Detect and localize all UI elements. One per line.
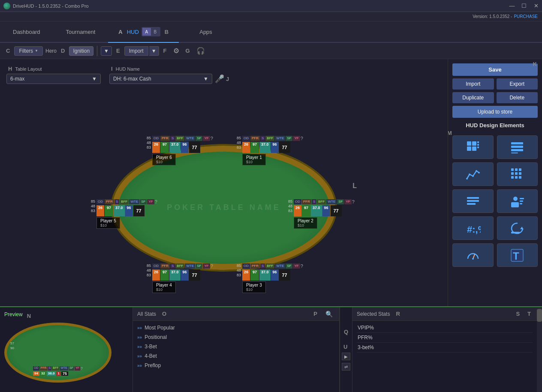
svg-rect-35 bbox=[511, 232, 520, 233]
save-button[interactable]: Save bbox=[452, 63, 538, 76]
all-stats-header: All Stats O P 🔍 bbox=[133, 307, 339, 321]
selected-stat-vpip[interactable]: VPIP% bbox=[357, 323, 533, 333]
label-m: M bbox=[448, 130, 452, 136]
svg-point-11 bbox=[466, 178, 468, 180]
search-button[interactable]: 🔍 bbox=[323, 309, 335, 319]
upload-to-store-button[interactable]: Upload to store bbox=[452, 106, 538, 118]
site-sep bbox=[97, 46, 97, 56]
svg-rect-30 bbox=[520, 198, 524, 199]
design-dot-grid-icon[interactable] bbox=[497, 162, 538, 186]
design-hash-icon[interactable]: #:,% bbox=[452, 216, 494, 240]
design-list-icon[interactable] bbox=[497, 135, 538, 159]
svg-rect-8 bbox=[511, 146, 523, 148]
selected-stat-pfr[interactable]: PFR% bbox=[357, 333, 533, 343]
svg-rect-27 bbox=[467, 203, 476, 205]
svg-point-12 bbox=[469, 174, 470, 175]
hud-name-select[interactable]: DH: 6-max Cash ▼ bbox=[109, 74, 212, 84]
design-refresh-icon[interactable] bbox=[497, 216, 538, 240]
version-text: Version: 1.5.0.2352 - bbox=[473, 14, 512, 19]
mic-button[interactable]: 🎤 bbox=[215, 74, 224, 84]
minimize-button[interactable]: — bbox=[506, 0, 518, 12]
site-ext-button[interactable]: ▼ bbox=[101, 46, 112, 56]
export-hud-button[interactable]: Export bbox=[497, 78, 538, 90]
svg-text:T: T bbox=[513, 250, 519, 262]
svg-rect-18 bbox=[519, 168, 521, 171]
label-p: P bbox=[313, 311, 317, 317]
purchase-link[interactable]: PURCHASE bbox=[514, 14, 538, 19]
selected-stats-list: VPIP% PFR% 3-bet% bbox=[352, 321, 537, 355]
headphone-icon[interactable]: 🎧 bbox=[194, 45, 207, 56]
label-s: S bbox=[516, 311, 520, 317]
settings-icon[interactable]: ⚙ bbox=[171, 45, 181, 56]
design-text-t-icon[interactable]: T bbox=[497, 243, 538, 267]
import-group: Import ▼ bbox=[124, 46, 159, 56]
table-layout-select[interactable]: 6-max ▼ bbox=[6, 74, 101, 84]
hud-name-label: I HUD Name bbox=[109, 66, 231, 72]
stats-category-most-popular[interactable]: »» Most Popular bbox=[137, 323, 335, 332]
svg-point-28 bbox=[513, 197, 518, 201]
svg-point-14 bbox=[476, 170, 477, 172]
delete-button[interactable]: Delete bbox=[497, 92, 538, 103]
table-name-text: POKER TABLE NAME bbox=[167, 203, 281, 212]
design-profile-icon[interactable] bbox=[497, 189, 538, 213]
label-o: O bbox=[162, 311, 166, 317]
filters-button[interactable]: Filters ▼ bbox=[14, 46, 43, 56]
preview-table: OD PFR S BFF WTE SF YF ? 94 32 38.0 1 75 bbox=[4, 323, 111, 383]
transfer-both-button[interactable]: ⇌ bbox=[342, 363, 350, 371]
all-stats-panel: All Stats O P 🔍 »» Most Popular »» Posit… bbox=[133, 307, 340, 392]
label-u: U bbox=[343, 344, 349, 350]
design-text-lines-icon[interactable] bbox=[452, 189, 494, 213]
table-layout-group: H Table Layout 6-max ▼ bbox=[6, 66, 101, 84]
svg-rect-4 bbox=[477, 141, 479, 143]
config-label-j: J bbox=[226, 76, 229, 82]
preview-title: Preview bbox=[4, 311, 23, 317]
label-r: R bbox=[396, 311, 400, 317]
toolbar-label-g: G bbox=[186, 48, 190, 54]
maximize-button[interactable]: ☐ bbox=[518, 0, 530, 12]
hero-label: Hero bbox=[45, 48, 57, 54]
stats-category-3bet[interactable]: »» 3-Bet bbox=[137, 342, 335, 351]
action-row-2: Duplicate Delete bbox=[452, 92, 538, 103]
stats-category-positional[interactable]: »» Positional bbox=[137, 332, 335, 342]
svg-rect-21 bbox=[519, 172, 521, 175]
design-elements-title: HUD Design Elements bbox=[452, 122, 538, 129]
design-gauge-icon[interactable] bbox=[452, 243, 494, 267]
right-scrollbar[interactable] bbox=[537, 307, 542, 392]
selected-stats-title: Selected Stats bbox=[357, 311, 390, 317]
transfer-right-button[interactable]: ▶ bbox=[342, 353, 350, 360]
hud-name-group: I HUD Name DH: 6-max Cash ▼ 🎤 J bbox=[109, 66, 231, 84]
stats-categories-list: »» Most Popular »» Positional »» 3-Bet »… bbox=[133, 321, 339, 372]
site-button[interactable]: Ignition bbox=[69, 46, 93, 56]
stats-category-preflop[interactable]: »» Preflop bbox=[137, 361, 335, 370]
import-hud-button[interactable]: Import bbox=[452, 78, 494, 90]
import-button[interactable]: Import bbox=[124, 46, 148, 56]
nav-dashboard[interactable]: Dashboard bbox=[0, 21, 53, 42]
design-grid-icon[interactable] bbox=[452, 135, 494, 159]
stats-category-4bet[interactable]: »» 4-Bet bbox=[137, 351, 335, 361]
label-q: Q bbox=[344, 329, 348, 335]
title-bar-text: DriveHUD - 1.5.0.2352 - Combo Pro bbox=[13, 3, 89, 9]
nav-toggle-right[interactable]: B bbox=[151, 28, 160, 36]
design-chart-icon[interactable] bbox=[452, 162, 494, 186]
nav-hud-tab[interactable]: A HUD A B B bbox=[108, 21, 179, 43]
player2-hud: 85 48 83 OD PFR S BFF WTE SF YF bbox=[288, 199, 355, 229]
scroll-thumb[interactable] bbox=[537, 309, 542, 322]
all-stats-title: All Stats bbox=[137, 311, 156, 317]
title-bar-controls: — ☐ ✕ bbox=[506, 0, 542, 12]
design-elements-grid: #:,% bbox=[452, 135, 538, 267]
svg-rect-0 bbox=[467, 141, 471, 146]
nav-apps[interactable]: Apps bbox=[179, 21, 229, 42]
import-arrow-button[interactable]: ▼ bbox=[149, 46, 159, 56]
selected-stat-3bet[interactable]: 3-bet% bbox=[357, 343, 533, 353]
close-button[interactable]: ✕ bbox=[530, 0, 542, 12]
svg-text:#:,%: #:,% bbox=[467, 224, 481, 235]
duplicate-button[interactable]: Duplicate bbox=[452, 92, 494, 103]
hud-config-panel: H Table Layout 6-max ▼ I HUD Name DH: 6-… bbox=[0, 59, 448, 306]
svg-rect-20 bbox=[515, 172, 518, 175]
nav-tournament[interactable]: Tournament bbox=[53, 21, 108, 42]
config-label-h: H bbox=[8, 66, 12, 72]
table-container: POKER TABLE NAME 85 48 83 OD PFR S bbox=[6, 90, 441, 306]
svg-rect-9 bbox=[511, 149, 523, 151]
right-panel: K Save Import Export Duplicate Delete Up… bbox=[448, 59, 542, 306]
nav-toggle-left[interactable]: A bbox=[142, 28, 151, 36]
